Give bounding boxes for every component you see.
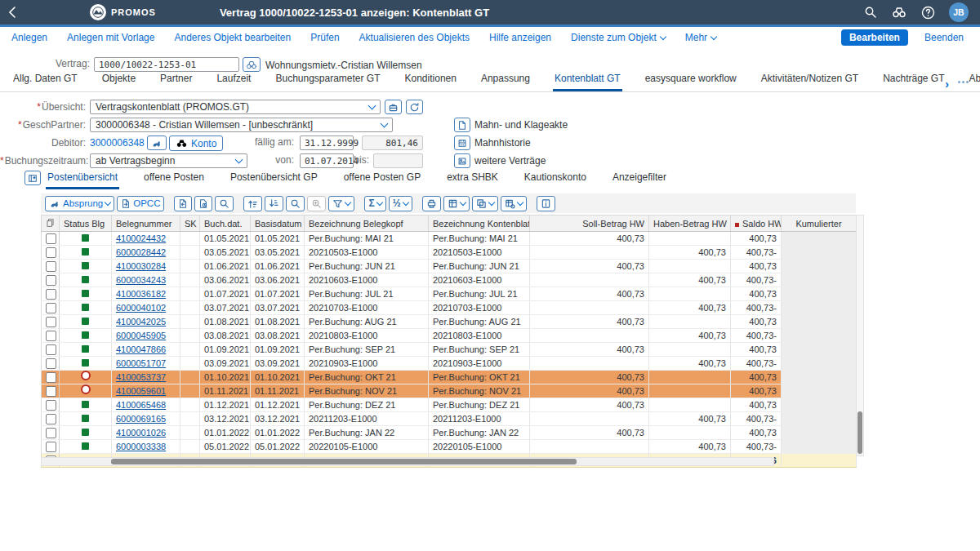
row-checkbox[interactable]	[46, 344, 56, 355]
column-header-sk[interactable]: SK	[180, 216, 200, 232]
subtab-offene-posten-gp[interactable]: offene Posten GP	[342, 171, 423, 189]
vertical-scrollbar[interactable]	[856, 215, 864, 456]
buchungszeitraum-select[interactable]: ab Vertragsbeginn	[90, 153, 247, 168]
mahn-klageakte-label[interactable]: Mahn- und Klageakte	[474, 118, 568, 132]
uebersicht-select[interactable]: Vertragskontenblatt (PROMOS.GT)	[90, 100, 381, 114]
document-number-link[interactable]: 6000034243	[116, 275, 166, 285]
row-checkbox[interactable]	[46, 358, 56, 369]
menu-item-mehr[interactable]: Mehr	[685, 32, 716, 43]
overview-variant-button[interactable]	[385, 100, 402, 114]
tab-overflow-chevron-icon[interactable]: ›	[945, 78, 949, 91]
subtab-offene-posten[interactable]: offene Posten	[142, 171, 206, 189]
document-number-link[interactable]: 6000028442	[116, 247, 166, 257]
row-checkbox[interactable]	[46, 303, 56, 313]
menu-item-anlegen-mit-vorlage[interactable]: Anlegen mit Vorlage	[67, 32, 154, 43]
post-document-button[interactable]	[174, 196, 192, 211]
back-button[interactable]	[0, 0, 24, 24]
column-header-soll-betrag-hw[interactable]: Soll-Betrag HW	[530, 216, 649, 232]
tab-partner[interactable]: Partner	[158, 73, 194, 91]
document-number-link[interactable]: 4100053737	[116, 372, 166, 382]
jump-menu-button[interactable]: Absprung	[45, 196, 114, 211]
document-number-link[interactable]: 6000040102	[116, 303, 166, 313]
menu-item-dienste-zum-objekt[interactable]: Dienste zum Objekt	[571, 32, 666, 43]
document-number-link[interactable]: 4100059601	[116, 386, 166, 396]
search-icon[interactable]	[863, 5, 878, 20]
tab-buchungsparameter-gt[interactable]: Buchungsparameter GT	[274, 73, 381, 91]
subtab-posten-bersicht[interactable]: Postenübersicht	[46, 171, 119, 189]
weitere-vertraege-button[interactable]	[454, 153, 470, 168]
menu-item-aktualisieren-des-objekts[interactable]: Aktualisieren des Objekts	[359, 32, 470, 43]
document-number-link[interactable]: 4100065468	[116, 400, 166, 410]
document-number-link[interactable]: 6000051707	[116, 358, 166, 368]
document-number-link[interactable]: 6000045905	[116, 331, 166, 340]
views-button[interactable]	[472, 196, 498, 211]
row-checkbox[interactable]	[46, 442, 56, 452]
horizontal-scrollbar-thumb[interactable]	[111, 459, 577, 464]
tab-anpassung[interactable]: Anpassung	[479, 73, 532, 91]
edit-button[interactable]: Bearbeiten	[841, 29, 908, 46]
tab-objekte[interactable]: Objekte	[100, 73, 137, 91]
row-checkbox[interactable]	[46, 428, 56, 438]
document-number-link[interactable]: 4100042025	[116, 317, 166, 327]
column-header-bezeichnung-kontenblattpos[interactable]: Bezeichnung Kontenblattpos.	[429, 216, 530, 232]
column-header-haben-betrag-hw[interactable]: Haben-Betrag HW	[649, 216, 731, 232]
find-button[interactable]	[286, 196, 305, 211]
opcc-button[interactable]: OPCC	[117, 196, 164, 211]
help-icon[interactable]	[920, 5, 935, 20]
dunning-dog-button[interactable]	[147, 136, 167, 150]
document-number-link[interactable]: 4100036182	[116, 289, 166, 299]
binoculars-icon[interactable]	[892, 5, 906, 20]
row-checkbox[interactable]	[46, 289, 56, 300]
geschpartner-select[interactable]: 3000006348 - Cristian Willemsen - [unbes…	[90, 118, 393, 132]
tab-overflow-dots-icon[interactable]	[958, 81, 969, 83]
document-number-link[interactable]: 4100024432	[116, 233, 166, 243]
row-checkbox[interactable]	[46, 400, 56, 411]
column-header-kumulierter[interactable]: Kumulierter	[782, 216, 857, 232]
menu-item-hilfe-anzeigen[interactable]: Hilfe anzeigen	[489, 32, 551, 43]
item-list-panel-button[interactable]	[24, 171, 41, 185]
tab-laufzeit[interactable]: Laufzeit	[215, 73, 252, 91]
filter-button[interactable]	[328, 196, 354, 211]
recurring-document-button[interactable]	[194, 196, 212, 211]
refresh-button[interactable]	[406, 100, 423, 114]
tab-abweichende-bemessungen[interactable]: Abweichende Bemessungen	[968, 73, 980, 91]
detail-button[interactable]	[215, 196, 234, 211]
sort-descending-button[interactable]	[265, 196, 283, 211]
faellig-input[interactable]: 31.12.9999	[300, 136, 354, 150]
vertical-scrollbar-thumb[interactable]	[858, 411, 862, 454]
layout-button[interactable]	[501, 196, 527, 211]
document-number-link[interactable]: 4100047866	[116, 344, 166, 354]
menu-item-pr-fen[interactable]: Prüfen	[310, 32, 339, 43]
menu-item-anlegen[interactable]: Anlegen	[11, 32, 47, 43]
tab-kontenblatt-gt[interactable]: Kontenblatt GT	[553, 73, 622, 91]
subtotal-button[interactable]: ½	[389, 196, 412, 211]
debitor-link[interactable]: 3000006348	[90, 136, 145, 150]
end-button[interactable]: Beenden	[920, 31, 969, 44]
user-avatar[interactable]: JB	[949, 2, 969, 22]
column-header-selection[interactable]	[42, 216, 60, 232]
mahnhistorie-label[interactable]: Mahnhistorie	[474, 136, 531, 150]
subtab-kautionskonto[interactable]: Kautionskonto	[523, 171, 588, 189]
column-header-basisdatum[interactable]: Basisdatum	[251, 216, 305, 232]
row-checkbox[interactable]	[46, 275, 56, 286]
row-checkbox[interactable]	[46, 414, 56, 424]
mahnhistorie-button[interactable]	[454, 136, 470, 150]
tab-aktivit-ten-notizen-gt[interactable]: Aktivitäten/Notizen GT	[760, 73, 860, 91]
tab-easysquare-workflow[interactable]: easysquare workflow	[644, 73, 738, 91]
column-header-belegnummer[interactable]: Belegnummer	[112, 216, 180, 232]
document-number-link[interactable]: 4100030284	[116, 261, 166, 271]
column-header-bezeichnung-belegkopf[interactable]: Bezeichnung Belegkopf	[305, 216, 429, 232]
row-checkbox[interactable]	[46, 261, 56, 272]
menu-item-anderes-objekt-bearbeiten[interactable]: Anderes Objekt bearbeiten	[174, 32, 291, 43]
subtab-posten-bersicht-gp[interactable]: Postenübersicht GP	[229, 171, 319, 189]
vertrag-input[interactable]: 1000/10022-1253-01	[94, 57, 239, 72]
weitere-vertraege-label[interactable]: weitere Verträge	[474, 153, 546, 168]
subtab-extra-shbk[interactable]: extra SHBK	[445, 171, 500, 189]
row-checkbox[interactable]	[46, 372, 56, 383]
info-button[interactable]	[537, 196, 555, 211]
horizontal-scrollbar[interactable]	[41, 457, 774, 466]
sort-ascending-button[interactable]	[243, 196, 262, 211]
subtab-anzeigefilter[interactable]: Anzeigefilter	[611, 171, 668, 189]
document-number-link[interactable]: 6000069165	[116, 414, 166, 424]
row-checkbox[interactable]	[46, 247, 56, 258]
